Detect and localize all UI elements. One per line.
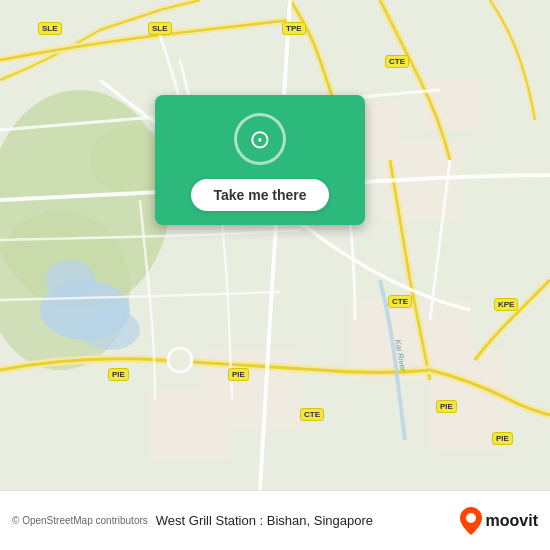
svg-point-17 xyxy=(466,513,476,523)
moovit-pin-icon xyxy=(460,507,482,535)
road-badge-cte-mid: CTE xyxy=(388,295,412,308)
location-icon-wrap: ⊙ xyxy=(234,113,286,165)
svg-point-5 xyxy=(45,260,95,300)
take-me-there-button[interactable]: Take me there xyxy=(191,179,328,211)
road-badge-sle-1: SLE xyxy=(38,22,62,35)
svg-point-6 xyxy=(80,310,140,350)
moovit-brand-text: moovit xyxy=(486,512,538,530)
map-attribution: © OpenStreetMap contributors xyxy=(12,515,148,526)
road-badge-cte-top: CTE xyxy=(385,55,409,68)
road-badge-pie-right2: PIE xyxy=(492,432,513,445)
map-container: Kai River SLE SLE TPE CTE CTE CTE PIE PI… xyxy=(0,0,550,490)
place-name: West Grill Station : Bishan, Singapore xyxy=(156,513,460,528)
location-card: ⊙ Take me there xyxy=(155,95,365,225)
road-badge-tpe: TPE xyxy=(282,22,306,35)
road-badge-kpe: KPE xyxy=(494,298,518,311)
road-badge-pie-center: PIE xyxy=(228,368,249,381)
moovit-logo: moovit xyxy=(460,507,538,535)
road-badge-pie-left: PIE xyxy=(108,368,129,381)
svg-point-15 xyxy=(168,348,192,372)
road-badge-pie-right1: PIE xyxy=(436,400,457,413)
svg-rect-13 xyxy=(150,390,230,460)
bottom-bar: © OpenStreetMap contributors West Grill … xyxy=(0,490,550,550)
road-badge-cte-bottom: CTE xyxy=(300,408,324,421)
location-pin-icon: ⊙ xyxy=(249,126,271,152)
road-badge-sle-2: SLE xyxy=(148,22,172,35)
